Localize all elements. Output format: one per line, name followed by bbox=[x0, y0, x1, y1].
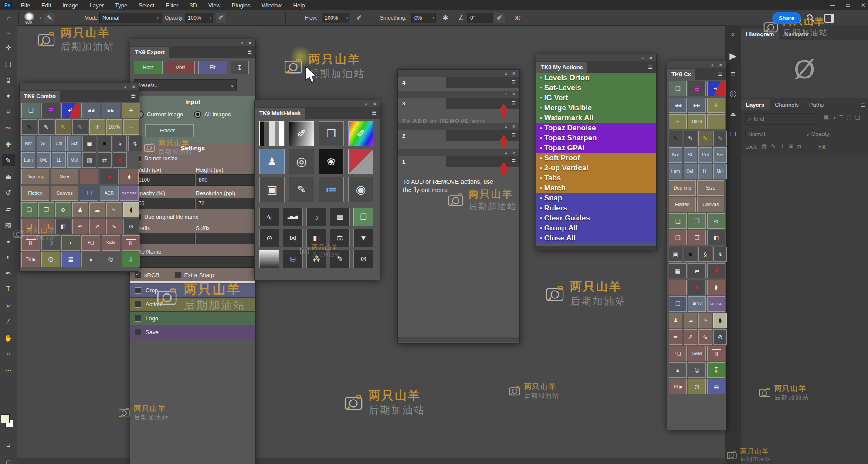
collapse-icon[interactable]: « bbox=[365, 102, 368, 106]
layers-stack-button[interactable]: ≣ bbox=[707, 379, 725, 394]
canvas-button[interactable]: Canvas bbox=[697, 197, 724, 212]
lock-artboard-icon[interactable]: ▣ bbox=[788, 143, 793, 149]
srgb-checkbox[interactable] bbox=[135, 272, 141, 278]
crop-tool-icon[interactable]: ⌗ bbox=[2, 106, 15, 118]
menu-type[interactable]: Type bbox=[115, 2, 127, 9]
panel-tab[interactable]: TK9 Multi-Mask bbox=[255, 108, 305, 119]
tab-layers[interactable]: Layers bbox=[741, 99, 770, 110]
collapse-panels-icon[interactable]: « bbox=[725, 30, 741, 37]
action-item[interactable]: ●Rulers bbox=[536, 203, 656, 213]
gradient-picker-button[interactable]: ✐ bbox=[289, 121, 314, 146]
selection-frame-button[interactable]: ☐ bbox=[80, 186, 98, 201]
duplicate-image-button[interactable]: Dup Img bbox=[21, 169, 49, 184]
transform-move-button[interactable]: ✛ bbox=[89, 119, 105, 135]
gear-icon[interactable]: ✱ bbox=[440, 13, 451, 23]
blend-screen-button[interactable]: Scr bbox=[67, 136, 81, 151]
brush-panel-toggle-icon[interactable]: ✎ bbox=[44, 13, 55, 23]
subtract-button[interactable]: − bbox=[707, 114, 725, 129]
collapse-icon[interactable]: « bbox=[505, 71, 507, 76]
blend-normal-button[interactable]: Nor bbox=[21, 136, 35, 151]
portrait-mask-button[interactable]: ♟ bbox=[259, 149, 285, 174]
calculator-button[interactable]: ▦ bbox=[82, 152, 96, 168]
brush-black-button[interactable]: ✎ bbox=[669, 131, 682, 146]
fit-button[interactable]: Fit bbox=[198, 61, 227, 74]
new-document-button[interactable]: ❏ bbox=[21, 103, 40, 118]
download-button[interactable]: ↧ bbox=[122, 252, 140, 267]
action-item[interactable]: ●Levels Orton bbox=[536, 73, 656, 83]
action-checkbox[interactable] bbox=[135, 301, 141, 308]
add-button[interactable]: + bbox=[707, 98, 725, 113]
minimize-button[interactable]: — bbox=[830, 2, 835, 8]
trash-button[interactable]: Ⅲ bbox=[122, 235, 140, 251]
flatten-button[interactable]: Flatten bbox=[669, 197, 696, 212]
plus-minus-selection-button[interactable]: ±❏ bbox=[669, 346, 687, 361]
filter-pixel-icon[interactable]: ▦ bbox=[824, 114, 829, 121]
dup-squares-button[interactable]: ❐ bbox=[353, 208, 373, 226]
panel-menu-icon[interactable]: ☰ bbox=[511, 79, 516, 85]
menu-select[interactable]: Select bbox=[139, 2, 154, 9]
blend-soft-light-button[interactable]: SL bbox=[684, 147, 697, 163]
selection-edit-button[interactable]: ✎ bbox=[289, 177, 314, 202]
crop-checkbox[interactable] bbox=[135, 287, 141, 294]
sm-button[interactable]: S&M bbox=[688, 346, 706, 361]
plus-minus-levels-button[interactable]: +/- bbox=[61, 103, 80, 118]
previous-button[interactable]: ◀◀ bbox=[81, 103, 100, 118]
blend-linear-light-button[interactable]: LL bbox=[52, 152, 66, 168]
swap-button[interactable]: ⇄ bbox=[98, 152, 112, 168]
venn-button[interactable]: ⁂ bbox=[306, 250, 326, 268]
file-name-input[interactable] bbox=[136, 256, 255, 268]
sun-cloud-button[interactable]: ☁ bbox=[684, 313, 697, 328]
opacity-input[interactable]: 100% bbox=[185, 13, 213, 23]
scales-button[interactable]: ⚖ bbox=[330, 229, 350, 247]
action-item[interactable]: ●Merge Visible bbox=[536, 103, 656, 113]
menu-edit[interactable]: Edit bbox=[41, 2, 51, 9]
blend-linear-light-button[interactable]: LL bbox=[698, 164, 712, 179]
pencil-mask-button[interactable]: ✎ bbox=[330, 250, 350, 268]
extra-sharp-checkbox[interactable] bbox=[175, 272, 181, 278]
brush-preview-icon[interactable] bbox=[24, 12, 35, 21]
close-icon[interactable]: ✕ bbox=[248, 41, 252, 45]
lock-move-icon[interactable]: ✛ bbox=[780, 143, 784, 149]
action-item[interactable]: ●Sat-Levels bbox=[536, 83, 656, 93]
eye-button[interactable]: ⊙ bbox=[41, 252, 60, 267]
camera-button[interactable]: ⊙ bbox=[259, 229, 279, 247]
action-item[interactable]: ●Topaz Denoise bbox=[536, 123, 656, 133]
prefix-input[interactable] bbox=[136, 233, 195, 244]
previous-button[interactable]: ◀◀ bbox=[669, 98, 687, 113]
panel-menu-icon[interactable]: ☰ bbox=[131, 93, 136, 99]
target-button[interactable]: ◎ bbox=[289, 149, 314, 174]
selection-frame-button[interactable]: ☐ bbox=[669, 296, 687, 312]
menu-image[interactable]: Image bbox=[62, 2, 78, 9]
blend-screen-button[interactable]: Scr bbox=[713, 147, 727, 163]
folder-button[interactable]: Folder... bbox=[145, 124, 194, 137]
stack-copies-button[interactable]: ❑ bbox=[21, 219, 37, 234]
collapse-icon[interactable]: « bbox=[505, 92, 507, 97]
brush-tool-icon[interactable]: ✎ bbox=[2, 154, 15, 166]
share-button[interactable]: Share bbox=[772, 12, 801, 24]
panel-tab[interactable]: 2 bbox=[398, 130, 446, 141]
save-checkbox[interactable] bbox=[135, 329, 141, 335]
tab-channels[interactable]: Channels bbox=[770, 99, 804, 110]
brush-green-button[interactable]: ✎ bbox=[698, 131, 712, 146]
brush-gray-button[interactable]: ✎ bbox=[713, 131, 727, 146]
brush-white-button[interactable]: ✎ bbox=[684, 131, 697, 146]
close-icon[interactable]: ✕ bbox=[132, 85, 136, 89]
foreground-color-swatch[interactable] bbox=[1, 414, 10, 423]
pressure-opacity-icon[interactable]: ✐ bbox=[216, 13, 226, 23]
next-button[interactable]: ▶▶ bbox=[688, 98, 706, 113]
blend-overlay-button[interactable]: OvL bbox=[37, 152, 51, 168]
vert-button[interactable]: Vert bbox=[166, 61, 195, 74]
zoom-tool-icon[interactable]: ⌕ bbox=[2, 348, 15, 360]
panel-menu-icon[interactable]: ☰ bbox=[718, 71, 722, 77]
action-item[interactable]: ●Clear Guides bbox=[536, 213, 656, 223]
panel-menu-icon[interactable]: ☰ bbox=[372, 110, 376, 116]
blend-color-button[interactable]: Col bbox=[698, 147, 712, 163]
panel-tab[interactable]: TK9 Export bbox=[130, 47, 169, 58]
zoom-100-button[interactable]: 100% bbox=[106, 119, 122, 135]
size-button[interactable]: Size bbox=[697, 180, 724, 196]
flower-button[interactable]: ❀ bbox=[319, 149, 344, 174]
quick-mask-icon[interactable]: ◘ bbox=[2, 438, 15, 450]
close-icon[interactable]: ✕ bbox=[512, 71, 516, 76]
collapse-toolbar-icon[interactable]: » bbox=[2, 27, 15, 39]
white-drop-button[interactable]: ⧫ bbox=[707, 280, 725, 295]
